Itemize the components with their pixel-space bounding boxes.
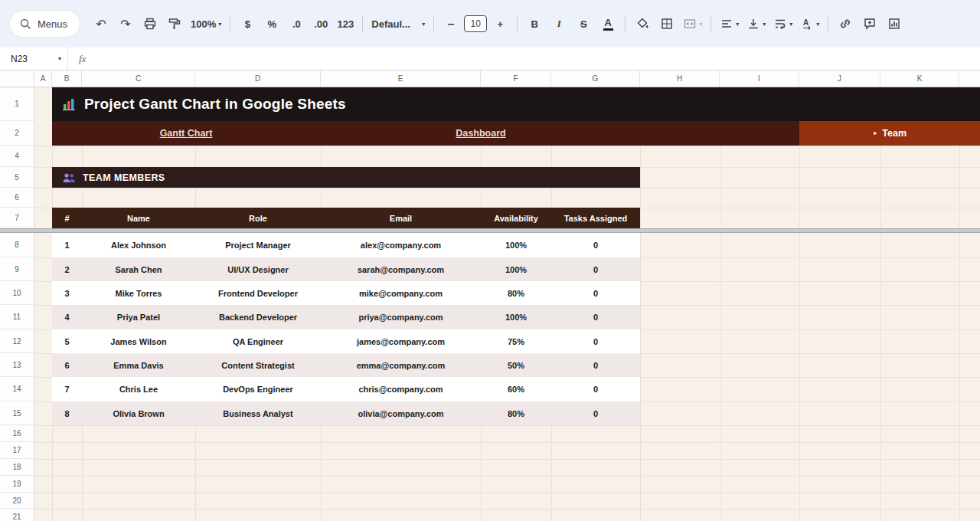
table-cell[interactable]: chris@company.com <box>321 377 481 401</box>
table-cell[interactable]: QA Engineer <box>195 329 321 353</box>
undo-button[interactable]: ↶ <box>90 13 113 34</box>
currency-format-button[interactable]: $ <box>236 13 259 34</box>
table-header-cell[interactable]: # <box>52 208 82 228</box>
table-cell[interactable]: 80% <box>481 401 551 425</box>
redo-button[interactable]: ↷ <box>114 13 137 34</box>
table-cell[interactable]: 7 <box>52 377 82 401</box>
italic-button[interactable]: I <box>547 13 570 34</box>
column-header[interactable]: J <box>799 70 880 87</box>
font-size-input[interactable]: 10 <box>464 15 487 32</box>
formula-input[interactable] <box>96 48 980 70</box>
table-cell[interactable]: Content Strategist <box>195 353 321 377</box>
increase-decimal-button[interactable]: .00 <box>309 13 332 34</box>
insert-link-button[interactable] <box>834 13 857 34</box>
table-cell[interactable]: 0 <box>551 329 640 353</box>
decrease-font-size-button[interactable]: − <box>439 13 462 34</box>
name-box[interactable]: N23 ▾ <box>0 48 67 70</box>
text-color-button[interactable]: A <box>596 13 619 34</box>
table-header-cell[interactable]: Name <box>82 208 195 228</box>
insert-chart-button[interactable] <box>883 13 906 34</box>
vertical-align-dropdown[interactable]: ▾ <box>743 13 769 34</box>
table-cell[interactable]: 0 <box>551 401 640 425</box>
row-header[interactable]: 5 <box>0 167 34 188</box>
row-header[interactable]: 1 <box>0 87 34 121</box>
select-all-corner[interactable] <box>0 70 34 87</box>
row-header[interactable]: 20 <box>0 493 34 509</box>
row-header[interactable]: 2 <box>0 121 34 146</box>
column-header[interactable]: D <box>195 70 321 87</box>
row-header[interactable]: 16 <box>0 425 34 442</box>
sheet-title-banner[interactable]: Project Gantt Chart in Google Sheets <box>52 87 980 121</box>
column-header[interactable]: H <box>640 70 720 87</box>
nav-tab-team[interactable]: ‣ Team <box>799 121 980 146</box>
sheet-grid[interactable]: A B C D E F G H I J K 1 2 4 5 6 7 8 9 10… <box>0 70 980 521</box>
table-header-cell[interactable]: Role <box>195 208 321 228</box>
row-header[interactable]: 7 <box>0 208 34 228</box>
decrease-decimal-button[interactable]: .0 <box>285 13 308 34</box>
row-header[interactable]: 18 <box>0 459 34 476</box>
column-header[interactable]: B <box>52 70 82 87</box>
table-cell[interactable]: 0 <box>551 281 640 305</box>
table-cell[interactable]: Frontend Developer <box>195 281 321 305</box>
table-cell[interactable]: Alex Johnson <box>82 233 195 257</box>
table-cell[interactable]: 100% <box>481 257 551 281</box>
table-cell[interactable]: Project Manager <box>195 233 321 257</box>
column-header[interactable]: K <box>880 70 959 87</box>
table-cell[interactable]: 3 <box>52 281 82 305</box>
table-cell[interactable]: DevOps Engineer <box>195 377 321 401</box>
menus-search-button[interactable]: Menus <box>9 10 80 38</box>
table-cell[interactable]: 100% <box>481 305 551 329</box>
table-cell[interactable]: mike@company.com <box>321 281 481 305</box>
table-cell[interactable]: 0 <box>551 353 640 377</box>
row-header[interactable]: 11 <box>0 305 34 329</box>
table-cell[interactable]: 75% <box>481 329 551 353</box>
table-cell[interactable]: 0 <box>551 305 640 329</box>
table-cell[interactable]: 0 <box>551 377 640 401</box>
percent-format-button[interactable]: % <box>260 13 283 34</box>
table-cell[interactable]: Priya Patel <box>82 305 195 329</box>
row-header[interactable]: 15 <box>0 401 34 425</box>
row-header[interactable]: 21 <box>0 509 34 521</box>
table-cell[interactable]: 80% <box>481 281 551 305</box>
row-header[interactable]: 4 <box>0 146 34 167</box>
row-header[interactable]: 12 <box>0 329 34 353</box>
increase-font-size-button[interactable]: + <box>488 13 511 34</box>
table-cell[interactable]: 50% <box>481 353 551 377</box>
insert-comment-button[interactable] <box>858 13 881 34</box>
table-cell[interactable]: sarah@company.com <box>321 257 481 281</box>
horizontal-align-dropdown[interactable]: ▾ <box>717 13 742 34</box>
table-header-cell[interactable]: Availability <box>481 208 551 228</box>
table-cell[interactable]: 4 <box>52 305 82 329</box>
table-cell[interactable]: 0 <box>551 257 640 281</box>
table-header-cell[interactable]: Tasks Assigned <box>551 208 640 228</box>
table-cell[interactable]: 2 <box>52 257 82 281</box>
nav-link-gantt-chart[interactable]: Gantt Chart <box>75 121 297 146</box>
team-members-section-header[interactable]: TEAM MEMBERS <box>52 167 640 188</box>
table-cell[interactable]: olivia@company.com <box>321 401 481 425</box>
merge-cells-button[interactable]: ▾ <box>680 13 705 34</box>
text-wrap-dropdown[interactable]: ▾ <box>770 13 795 34</box>
font-dropdown[interactable]: Defaul...▾ <box>368 13 428 34</box>
more-formats-button[interactable]: 123 <box>334 13 357 34</box>
table-cell[interactable]: 8 <box>52 401 82 425</box>
table-cell[interactable]: 6 <box>52 353 82 377</box>
table-cell[interactable]: Sarah Chen <box>82 257 195 281</box>
row-header[interactable]: 6 <box>0 188 34 208</box>
row-header[interactable]: 10 <box>0 281 34 305</box>
frozen-row-divider[interactable] <box>0 228 980 233</box>
row-header[interactable]: 14 <box>0 377 34 401</box>
zoom-dropdown[interactable]: 100%▾ <box>188 13 224 34</box>
print-button[interactable] <box>139 13 162 34</box>
table-cell[interactable]: priya@company.com <box>321 305 481 329</box>
table-cell[interactable]: james@company.com <box>321 329 481 353</box>
table-cell[interactable]: 1 <box>52 233 82 257</box>
fill-color-button[interactable] <box>631 13 654 34</box>
column-header[interactable] <box>959 70 980 87</box>
table-cell[interactable]: Emma Davis <box>82 353 195 377</box>
column-header[interactable]: E <box>321 70 481 87</box>
table-cell[interactable]: Olivia Brown <box>82 401 195 425</box>
table-cell[interactable]: alex@company.com <box>321 233 481 257</box>
bold-button[interactable]: B <box>523 13 546 34</box>
table-cell[interactable]: 60% <box>481 377 551 401</box>
strikethrough-button[interactable]: S <box>572 13 595 34</box>
